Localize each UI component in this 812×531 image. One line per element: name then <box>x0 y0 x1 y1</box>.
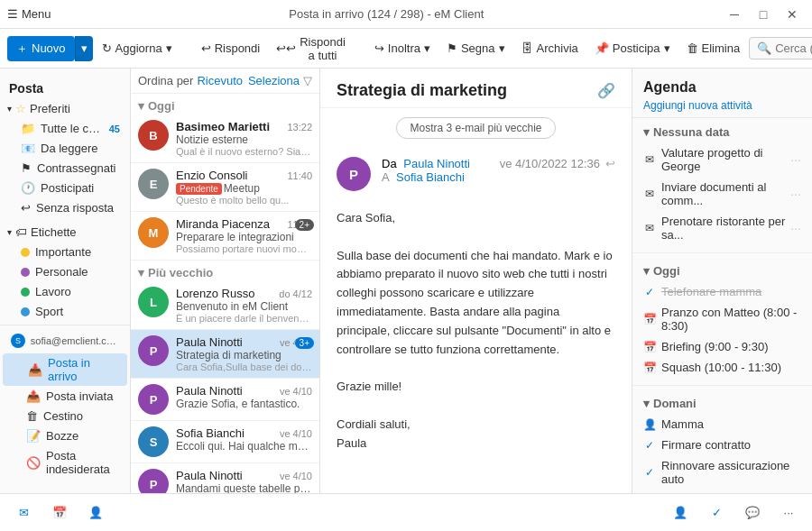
msg-content: Sofia Bianchi ve 4/10 Eccoli qui. Hai qu… <box>176 426 312 457</box>
sidebar-item-tutte[interactable]: 📁 Tutte le cartelle d... 45 <box>3 119 127 138</box>
new-button[interactable]: ＋ Nuovo <box>7 36 75 61</box>
agenda-oggi-label[interactable]: ▾ Oggi <box>632 261 812 281</box>
avatar: L <box>138 287 169 317</box>
msg-subject: Grazie Sofia, e fantastico. <box>176 398 312 410</box>
sort-value[interactable]: Ricevuto <box>197 74 243 87</box>
sidebar-item-posta-inviata[interactable]: 📤 Posta inviata <box>3 387 127 406</box>
menu-button[interactable]: ☰ Menu <box>7 7 51 21</box>
blue-dot-icon <box>21 307 30 316</box>
mail-nav-button[interactable]: ✉ <box>7 497 40 529</box>
sidebar-item-importante[interactable]: Importante <box>3 243 127 261</box>
agenda-add-button[interactable]: Aggiungi nuova attività <box>643 99 801 112</box>
msg-time: 13:22 <box>287 122 312 133</box>
mark-icon: ⚑ <box>447 41 457 55</box>
calendar-icon: 📅 <box>643 313 656 325</box>
sidebar-item-posta-in-arrivo[interactable]: 📥 Posta in arrivo <box>3 353 127 386</box>
agenda-item[interactable]: ✉ Prenotare ristorante per sa... ··· <box>632 211 812 245</box>
email-date: ve 4/10/2022 12:36 ↩ <box>500 157 615 170</box>
agenda-nessuna-data-label[interactable]: ▾ Nessuna data <box>632 122 812 142</box>
msg-time: ve 4/10 <box>280 428 312 439</box>
archive-button[interactable]: 🗄 Archivia <box>514 37 586 60</box>
maximize-button[interactable]: □ <box>751 2 776 27</box>
sidebar-item-contrassegnati[interactable]: ⚑ Contrassegnati <box>3 159 127 178</box>
msg-item-active[interactable]: P Paula Ninotti ve 4/10 Strategia di mar… <box>131 330 319 379</box>
sent-icon: 📤 <box>26 389 41 403</box>
msg-item[interactable]: B Basimeo Marietti 13:22 Notizie esterne… <box>131 114 319 163</box>
mark-button[interactable]: ⚑ Segna ▾ <box>439 37 512 60</box>
msg-item[interactable]: L Lorenzo Russo do 4/12 Benvenuto in eM … <box>131 281 319 330</box>
to-name-link[interactable]: Sofia Bianchi <box>396 170 465 184</box>
star-icon: ☆ <box>15 102 26 115</box>
mark-label: Segna <box>461 41 495 55</box>
sidebar-item-bozze[interactable]: 📝 Bozze <box>3 426 127 445</box>
msg-subject: Strategia di marketing <box>176 349 312 362</box>
agenda-more-button[interactable]: ··· <box>772 497 805 529</box>
sidebar-preferiti-group[interactable]: ▾ ☆ Preferiti <box>0 99 130 118</box>
agenda-item-telefonare[interactable]: ✓ Telefonare mamma <box>632 281 812 302</box>
msg-subject: Eccoli qui. Hai qualche mockup che po... <box>176 440 312 453</box>
sidebar-etichette-group[interactable]: ▾ 🏷 Etichette <box>0 223 130 242</box>
msg-preview: Questo è molto bello qu... <box>176 195 312 206</box>
delete-button[interactable]: 🗑 Elimina <box>679 37 748 60</box>
msg-sender: Paula Ninotti <box>176 384 243 398</box>
agenda-item-squash[interactable]: 📅 Squash (10:00 - 11:30) <box>632 357 812 378</box>
agenda-contact-icon: 👤 <box>673 506 687 519</box>
sidebar-item-lavoro[interactable]: Lavoro <box>3 282 127 301</box>
agenda-chat-button[interactable]: 💬 <box>736 497 769 529</box>
agenda-item-firmare[interactable]: ✓ Firmare contratto <box>632 435 812 455</box>
more-icon-3: ··· <box>790 221 801 235</box>
sidebar-item-senza-risposta[interactable]: ↩ Senza risposta <box>3 198 127 217</box>
agenda-item-pranzo[interactable]: 📅 Pranzo con Matteo (8:00 - 8:30) <box>632 302 812 336</box>
new-button-arrow[interactable]: ▾ <box>75 36 93 61</box>
sidebar-item-da-leggere[interactable]: 📧 Da leggere <box>3 139 127 158</box>
plus-icon: ＋ <box>16 41 28 57</box>
message-list: Ordina per Ricevuto Seleziona ▽ ▾ Oggi B… <box>131 69 320 493</box>
refresh-button[interactable]: ↻ Aggiorna ▾ <box>95 37 180 60</box>
avatar: S <box>138 426 169 457</box>
from-name-link[interactable]: Paula Ninotti <box>403 157 470 170</box>
contacts-nav-button[interactable]: 👤 <box>79 497 112 529</box>
agenda-check-button[interactable]: ✓ <box>700 497 733 529</box>
select-button[interactable]: Seleziona <box>248 74 300 87</box>
forward-button[interactable]: ↪ Inoltra ▾ <box>367 37 438 60</box>
sidebar-account[interactable]: S sofia@emclient.com <box>7 331 123 351</box>
msg-item[interactable]: S Sofia Bianchi ve 4/10 Eccoli qui. Hai … <box>131 421 319 463</box>
search-box[interactable]: 🔍 <box>749 37 812 60</box>
minimize-button[interactable]: ─ <box>722 2 747 27</box>
calendar-nav-button[interactable]: 📅 <box>43 497 76 529</box>
sidebar-item-sport[interactable]: Sport <box>3 302 127 321</box>
sidebar-item-cestino[interactable]: 🗑 Cestino <box>3 407 127 426</box>
show-older-button[interactable]: Mostra 3 e-mail più vecchie <box>396 117 555 139</box>
sidebar-etichette-label: Etichette <box>31 225 77 239</box>
agenda-item-text: Pranzo con Matteo (8:00 - 8:30) <box>661 306 801 333</box>
msg-item[interactable]: E Enzio Consoli 11:40 PendenteMeetup Que… <box>131 163 319 212</box>
reply-all-button[interactable]: ↩↩ Rispondi a tutti <box>269 31 353 67</box>
sidebar-item-personale[interactable]: Personale <box>3 262 127 281</box>
tag-icon: 🏷 <box>15 225 27 239</box>
agenda-title: Agenda <box>643 79 801 96</box>
pin-button[interactable]: 📌 Posticipa ▾ <box>587 37 678 60</box>
msg-item[interactable]: P Paula Ninotti ve 4/10 Grazie Sofia, e … <box>131 379 319 421</box>
agenda-item[interactable]: ✉ Valutare progetto di George ··· <box>632 142 812 177</box>
sidebar-item-posta-indesiderata[interactable]: 🚫 Posta indesiderata <box>3 446 127 479</box>
sidebar-da-leggere-label: Da leggere <box>41 142 98 155</box>
sidebar-item-posticipati[interactable]: 🕐 Posticipati <box>3 179 127 197</box>
flag-icon: ⚑ <box>21 161 32 175</box>
msg-item[interactable]: P Paula Ninotti ve 4/10 Mandami queste t… <box>131 463 319 493</box>
email-to-line: A Sofia Bianchi <box>382 170 489 184</box>
agenda-item-rinnovare[interactable]: ✓ Rinnovare assicurazione auto <box>632 455 812 490</box>
link-icon[interactable]: 🔗 <box>597 82 615 99</box>
agenda-item[interactable]: ✉ Inviare documenti al comm... ··· <box>632 177 812 211</box>
filter-icon[interactable]: ▽ <box>303 74 312 87</box>
contacts-nav-icon: 👤 <box>88 506 103 519</box>
agenda-domani-label[interactable]: ▾ Domani <box>632 393 812 414</box>
agenda-item-mamma[interactable]: 👤 Mamma <box>632 414 812 435</box>
forward-arrow-icon: ▾ <box>424 41 430 55</box>
msg-item[interactable]: M Miranda Piacenza 11:40 Preparare le in… <box>131 212 319 261</box>
agenda-contacts-button[interactable]: 👤 <box>664 497 697 529</box>
agenda-item-text: Firmare contratto <box>661 438 801 452</box>
search-input[interactable] <box>775 41 812 55</box>
agenda-item-briefing[interactable]: 📅 Briefing (9:00 - 9:30) <box>632 336 812 357</box>
close-button[interactable]: ✕ <box>780 2 805 27</box>
reply-button[interactable]: ↩ Rispondi <box>194 37 268 60</box>
